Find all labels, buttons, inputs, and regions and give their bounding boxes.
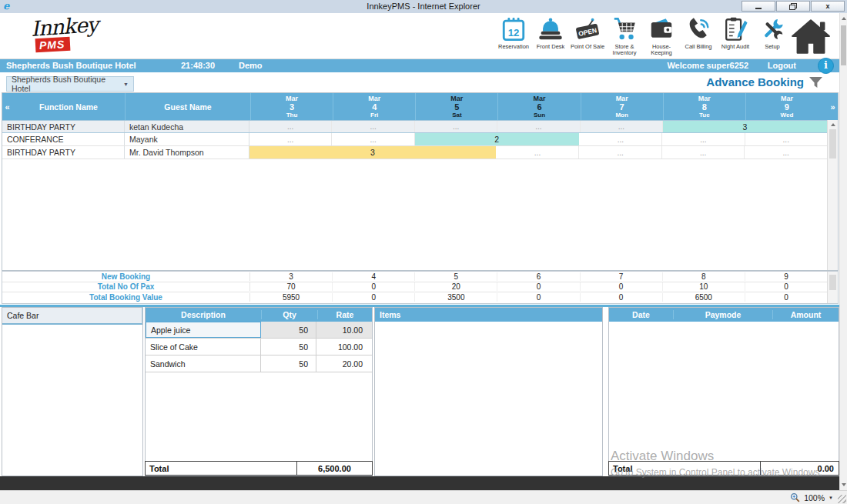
- toolbar-item-reservation[interactable]: 12Reservation: [495, 15, 532, 56]
- date-weekday: Wed: [746, 112, 828, 118]
- night-audit-clipboard-icon: [717, 15, 754, 44]
- guest-name-cell[interactable]: Mr. David Thompson: [125, 146, 249, 159]
- welcome-user: Welcome super6252: [667, 61, 748, 70]
- hotel-select-dropdown[interactable]: Shepherds Bush Boutique Hotel ▼: [6, 76, 134, 92]
- home-icon: [791, 18, 831, 55]
- hotel-select-value: Shepherds Bush Boutique Hotel: [12, 75, 123, 93]
- scroll-dates-right-button[interactable]: »: [828, 93, 838, 120]
- summary-value-cell: 3: [250, 272, 333, 281]
- empty-date-cell[interactable]: ...: [745, 146, 828, 159]
- empty-date-cell[interactable]: ...: [745, 133, 828, 145]
- advance-booking-grid: « Function Name Guest Name Mar3ThuMar4Fr…: [2, 92, 839, 271]
- browser-vertical-scrollbar[interactable]: [839, 13, 847, 490]
- call-billing-phone-icon: [680, 15, 717, 44]
- empty-date-cell[interactable]: ...: [497, 121, 580, 132]
- summary-value-cell: 5: [415, 272, 497, 281]
- order-description-cell: Slice of Cake: [146, 339, 261, 355]
- order-rate-cell: 100.00: [316, 339, 372, 355]
- zoom-control[interactable]: 100% ▼: [790, 492, 833, 502]
- column-header-mar-6: Mar6Sun: [497, 93, 580, 120]
- empty-date-cell[interactable]: ...: [581, 121, 663, 132]
- guest-name-cell[interactable]: ketan Kudecha: [125, 121, 249, 132]
- order-description-cell: Sandwich: [146, 355, 261, 372]
- payment-total-label: Total: [609, 462, 761, 475]
- booking-span-cell[interactable]: 3: [249, 146, 497, 159]
- column-header-rate: Rate: [317, 310, 372, 319]
- empty-date-cell[interactable]: ...: [332, 121, 414, 132]
- scroll-dates-left-button[interactable]: «: [2, 93, 12, 120]
- toolbar-item-setup[interactable]: Setup: [754, 15, 791, 56]
- home-button[interactable]: [788, 15, 833, 57]
- summary-value-cell: 0: [497, 293, 580, 302]
- mode-badge: Demo: [239, 61, 263, 70]
- close-icon: x: [825, 3, 829, 10]
- order-row[interactable]: Apple juice5010.00: [146, 322, 372, 339]
- grid-vertical-scrollbar[interactable]: [827, 120, 838, 270]
- empty-date-cell[interactable]: ...: [332, 133, 414, 145]
- chevron-down-icon: ▼: [829, 496, 833, 500]
- summary-value-cell: 0: [745, 282, 828, 291]
- toolbar-item-store-inventory[interactable]: Store & Inventory: [606, 15, 643, 56]
- column-header-amount: Amount: [772, 310, 839, 319]
- guest-name-cell[interactable]: Mayank: [125, 133, 249, 145]
- summary-value-cell: 0: [333, 293, 415, 302]
- booking-span-cell[interactable]: 3: [663, 121, 828, 132]
- summary-value-cell: 70: [250, 282, 333, 291]
- date-weekday: Sun: [498, 112, 580, 118]
- outlet-item-cafe-bar[interactable]: Cafe Bar: [2, 308, 142, 325]
- order-row[interactable]: Slice of Cake50100.00: [146, 339, 372, 355]
- reservation-calendar-icon: 12: [495, 15, 532, 44]
- empty-date-cell[interactable]: ...: [579, 146, 662, 159]
- minimize-icon: [755, 8, 762, 9]
- summary-value-cell: 0: [497, 282, 580, 291]
- toolbar-item-label: Point Of Sale: [569, 44, 606, 50]
- summary-value-cell: 0: [581, 293, 663, 302]
- summary-value-cell: 3500: [415, 293, 497, 302]
- date-month: Mar: [416, 95, 497, 102]
- booking-span-cell[interactable]: 2: [415, 133, 580, 145]
- minimize-button[interactable]: [742, 1, 775, 12]
- summary-value-cell: 6: [497, 272, 580, 281]
- toolbar-item-point-of-sale[interactable]: OPENPoint Of Sale: [569, 15, 606, 56]
- empty-date-cell[interactable]: ...: [497, 146, 580, 159]
- close-button[interactable]: x: [811, 1, 845, 12]
- summary-value-cell: 6500: [663, 293, 745, 302]
- empty-date-cell[interactable]: ...: [249, 121, 332, 132]
- function-name-cell[interactable]: BIRTHDAY PARTY: [2, 121, 125, 132]
- summary-scrollbar[interactable]: [827, 272, 838, 303]
- empty-date-cell[interactable]: ...: [415, 121, 497, 132]
- order-total-row: Total 6,500.00: [145, 461, 373, 476]
- summary-value-cell: 5950: [250, 293, 333, 302]
- empty-date-cell[interactable]: ...: [580, 133, 662, 145]
- chevron-down-icon: ▼: [123, 82, 129, 87]
- scrollbar-thumb[interactable]: [841, 25, 846, 65]
- toolbar-item-night-audit[interactable]: Night Audit: [717, 15, 754, 56]
- payment-table-header: Date Paymode Amount: [609, 308, 839, 322]
- scrollbar-thumb[interactable]: [829, 129, 836, 159]
- order-row[interactable]: Sandwich5020.00: [146, 355, 372, 372]
- column-header-mar-8: Mar8Tue: [663, 93, 745, 120]
- setup-tools-icon: [754, 15, 791, 44]
- toolbar-item-call-billing[interactable]: Call Billing: [680, 15, 717, 56]
- resize-grip[interactable]: [838, 495, 846, 503]
- logout-link[interactable]: Logout: [768, 61, 796, 70]
- toolbar-item-house-keeping[interactable]: House-Keeping: [643, 15, 680, 56]
- empty-date-cell[interactable]: ...: [662, 146, 745, 159]
- function-name-cell[interactable]: BIRTHDAY PARTY: [2, 146, 125, 159]
- empty-date-cell[interactable]: ...: [662, 133, 745, 145]
- function-name-cell[interactable]: CONFERANCE: [2, 133, 125, 145]
- info-icon[interactable]: [818, 58, 834, 74]
- date-month: Mar: [498, 95, 580, 102]
- house-keeping-wallet-icon: [643, 15, 680, 44]
- payment-total-row: Total 0.00: [608, 461, 839, 476]
- order-rows: Apple juice5010.00Slice of Cake50100.00S…: [146, 322, 372, 372]
- restore-button[interactable]: [776, 1, 810, 12]
- date-month: Mar: [664, 95, 745, 102]
- date-day: 6: [498, 102, 580, 112]
- toolbar-item-front-desk[interactable]: Front Desk: [532, 15, 569, 56]
- filter-funnel-icon[interactable]: [808, 76, 823, 92]
- title-bar: e InnkeyPMS - Internet Explorer x: [0, 0, 847, 14]
- order-table-header: Description Qty Rate: [146, 308, 372, 322]
- empty-date-cell[interactable]: ...: [249, 133, 332, 145]
- scrollbar-thumb[interactable]: [829, 275, 836, 290]
